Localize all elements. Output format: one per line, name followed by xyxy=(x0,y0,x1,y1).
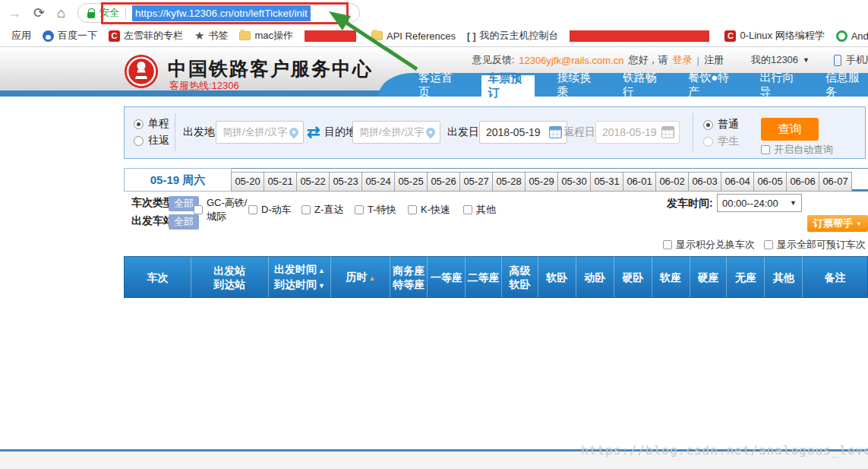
mobile-version-link[interactable]: 手机版 xyxy=(846,53,868,67)
table-column-header[interactable]: 软卧 xyxy=(538,257,576,297)
checkbox-icon[interactable] xyxy=(355,205,364,214)
train-type-filter[interactable]: Z-直达 xyxy=(301,196,355,223)
depart-time-select[interactable]: 00:00--24:00 ▼ xyxy=(717,194,802,212)
checkbox-icon[interactable] xyxy=(248,205,257,214)
register-link[interactable]: 注册 xyxy=(704,53,724,67)
nav-tab[interactable]: 铁路畅行 xyxy=(620,73,665,97)
date-tab[interactable]: 05-21 xyxy=(264,172,297,192)
radio-round-trip[interactable] xyxy=(134,136,144,146)
checkbox-icon[interactable] xyxy=(408,205,417,214)
checkbox-icon[interactable] xyxy=(463,205,472,214)
checkbox-icon[interactable] xyxy=(194,205,203,214)
radio-normal-ticket[interactable] xyxy=(703,120,713,130)
date-tab[interactable]: 05-30 xyxy=(557,172,591,192)
refresh-icon[interactable]: ⟳ xyxy=(33,5,45,21)
my12306-menu[interactable]: 我的12306 xyxy=(751,53,798,67)
calendar-icon[interactable] xyxy=(549,126,562,138)
nav-tab[interactable]: 客运首页 xyxy=(416,73,461,97)
nav-tab[interactable]: 餐饮●特产 xyxy=(686,73,737,97)
home-icon[interactable]: ⌂ xyxy=(57,5,65,21)
date-tab[interactable]: 05-28 xyxy=(492,172,526,192)
table-column-header[interactable]: 硬卧 xyxy=(614,257,652,297)
date-tab[interactable]: 05-27 xyxy=(459,172,493,192)
bookmark-item[interactable]: API References xyxy=(371,30,456,42)
table-column-header[interactable]: 出发时间▲ 到达时间▼ xyxy=(268,257,331,297)
date-tab[interactable]: 05-31 xyxy=(590,172,623,192)
train-type-filter[interactable]: T-特快 xyxy=(355,196,408,223)
nav-tab[interactable]: 接续换乘 xyxy=(555,73,600,97)
show-all-trains-option[interactable]: 显示全部可预订车次 xyxy=(764,238,866,252)
address-bar[interactable]: 安全 https://kyfw.12306.cn/otn/leftTicket/… xyxy=(77,3,360,23)
date-tab[interactable]: 06-07 xyxy=(819,172,852,192)
table-column-header[interactable]: 动卧 xyxy=(576,257,614,297)
table-column-header[interactable]: 出发站 到达站 xyxy=(191,257,268,297)
nav-tab[interactable]: 车票预订 xyxy=(481,75,534,97)
bookmark-item[interactable]: 左雪菲的专栏 xyxy=(109,29,183,43)
bookmark-item[interactable]: 应用 xyxy=(8,29,31,43)
depart-station-all-badge[interactable]: 全部 xyxy=(169,214,199,230)
checkbox-icon[interactable] xyxy=(663,240,672,249)
chevron-down-icon[interactable]: ▼ xyxy=(803,56,810,64)
table-column-header[interactable]: 历时▲ xyxy=(330,257,390,297)
date-tab[interactable]: 05-29 xyxy=(525,172,558,192)
location-pin-icon[interactable] xyxy=(288,126,301,139)
booking-helper-button[interactable]: 订票帮手 ▼ xyxy=(807,215,868,232)
checkbox-icon[interactable] xyxy=(301,205,311,214)
feedback-email-link[interactable]: 12306yjfk@rails.com.cn xyxy=(519,55,623,66)
train-type-filter[interactable]: D-动车 xyxy=(248,196,301,223)
train-type-filter[interactable]: 其他 xyxy=(463,196,509,223)
checkbox-icon[interactable] xyxy=(761,145,770,154)
forward-icon[interactable]: → xyxy=(8,5,21,21)
table-column-header[interactable]: 二等座 xyxy=(465,257,501,297)
table-column-header[interactable]: 一等座 xyxy=(427,257,465,297)
radio-single-trip[interactable] xyxy=(134,119,144,129)
table-column-header[interactable]: 硬座 xyxy=(690,257,727,297)
table-column-header[interactable]: 高级 软卧 xyxy=(501,257,538,297)
train-type-filter[interactable]: K-快速 xyxy=(408,196,463,223)
date-tab[interactable]: 05-22 xyxy=(296,172,330,192)
student-ticket-label[interactable]: 学生 xyxy=(718,135,739,148)
date-tab[interactable]: 06-03 xyxy=(688,172,721,192)
single-trip-label[interactable]: 单程 xyxy=(148,117,169,131)
date-tab[interactable]: 05-25 xyxy=(394,172,428,192)
query-button[interactable]: 查询 xyxy=(761,118,819,141)
date-tab[interactable]: 05-26 xyxy=(427,172,460,192)
sort-icon[interactable]: ▲ xyxy=(318,267,325,274)
bookmark-item[interactable] xyxy=(570,30,713,42)
date-tab-selected[interactable]: 05-19 周六 xyxy=(124,168,232,192)
url-input[interactable]: https://kyfw.12306.cn/otn/leftTicket/ini… xyxy=(132,5,311,21)
bookmark-item[interactable]: mac操作 xyxy=(239,29,293,43)
round-trip-label[interactable]: 往返 xyxy=(148,134,169,147)
depart-date-input[interactable]: 2018-05-19 xyxy=(479,121,567,144)
bookmark-item[interactable]: 百度一下 xyxy=(43,29,97,43)
bookmark-item[interactable]: 我的云主机控制台 xyxy=(467,29,558,43)
table-column-header[interactable]: 商务座 特等座 xyxy=(390,257,427,297)
date-tab[interactable]: 05-23 xyxy=(329,172,362,192)
normal-ticket-label[interactable]: 普通 xyxy=(718,118,739,132)
table-column-header[interactable]: 车次 xyxy=(125,257,191,297)
checkbox-icon[interactable] xyxy=(764,240,773,249)
table-column-header[interactable]: 其他 xyxy=(764,257,802,297)
date-tab[interactable]: 05-20 xyxy=(231,172,264,192)
nav-tab[interactable]: 信息服务 xyxy=(823,73,868,97)
table-column-header[interactable]: 软座 xyxy=(652,257,690,297)
date-tab[interactable]: 05-24 xyxy=(361,172,395,192)
bookmark-item[interactable]: 0-Linux 网络编程学 xyxy=(724,29,824,43)
sort-icon[interactable]: ▼ xyxy=(318,282,325,290)
login-link[interactable]: 登录 xyxy=(673,53,693,67)
date-tab[interactable]: 06-01 xyxy=(623,172,656,192)
bookmark-item[interactable]: Android Developer xyxy=(836,30,868,42)
location-pin-icon[interactable] xyxy=(425,126,437,139)
bookmark-item[interactable] xyxy=(305,30,360,42)
date-tab[interactable]: 06-05 xyxy=(753,172,787,192)
from-station-input[interactable]: 简拼/全拼/汉字 xyxy=(216,121,304,144)
to-station-input[interactable]: 简拼/全拼/汉字 xyxy=(352,121,440,144)
bookmark-item[interactable]: 书签 xyxy=(194,29,228,43)
nav-tab[interactable]: 出行向导 xyxy=(757,73,802,97)
swap-stations-icon[interactable]: ⇄ xyxy=(307,124,320,140)
show-points-option[interactable]: 显示积分兑换车次 xyxy=(663,238,755,252)
radio-student-ticket[interactable] xyxy=(703,137,713,147)
auto-query-option[interactable]: 开启自动查询 xyxy=(761,143,833,157)
sort-icon[interactable]: ▲ xyxy=(368,274,375,282)
date-tab[interactable]: 06-04 xyxy=(721,172,754,192)
